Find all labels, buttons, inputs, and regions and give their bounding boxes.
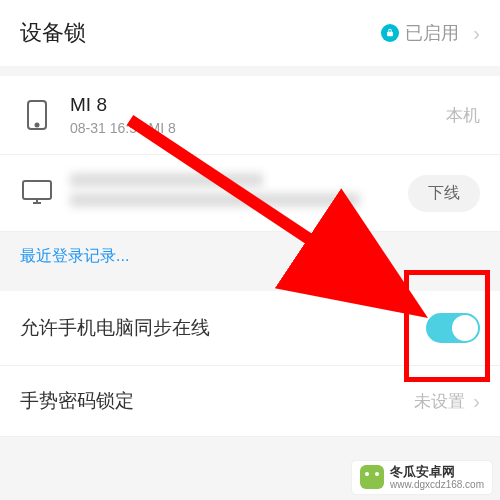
login-history-link[interactable]: 最近登录记录... (0, 232, 500, 281)
sync-online-toggle[interactable] (426, 313, 480, 343)
lock-icon (381, 24, 399, 42)
device-lock-status: 已启用 › (381, 21, 480, 45)
device-self-tag: 本机 (446, 104, 480, 127)
sync-online-label: 允许手机电脑同步在线 (20, 315, 426, 341)
device-info: MI 8 08-31 16:56 MI 8 (70, 94, 430, 136)
desktop-icon (20, 179, 54, 207)
sync-online-row[interactable]: 允许手机电脑同步在线 (0, 291, 500, 366)
svg-rect-2 (23, 181, 51, 199)
device-meta: 08-31 16:56 MI 8 (70, 120, 430, 136)
device-lock-title: 设备锁 (20, 18, 381, 48)
offline-button[interactable]: 下线 (408, 175, 480, 212)
chevron-right-icon: › (473, 22, 480, 45)
device-lock-status-text: 已启用 (405, 21, 459, 45)
gesture-lock-label: 手势密码锁定 (20, 388, 414, 414)
gesture-lock-value: 未设置 (414, 390, 465, 413)
android-mascot-icon (360, 465, 384, 489)
watermark: 冬瓜安卓网 www.dgxcdz168.com (352, 461, 492, 494)
watermark-url: www.dgxcdz168.com (390, 479, 484, 490)
svg-point-1 (36, 124, 39, 127)
device-info-redacted (70, 173, 392, 213)
device-lock-header-row[interactable]: 设备锁 已启用 › (0, 0, 500, 66)
device-row-desktop[interactable]: 下线 (0, 155, 500, 232)
device-name: MI 8 (70, 94, 430, 116)
watermark-name: 冬瓜安卓网 (390, 465, 484, 479)
chevron-right-icon: › (473, 390, 480, 413)
device-row-phone[interactable]: MI 8 08-31 16:56 MI 8 本机 (0, 76, 500, 155)
phone-icon (20, 99, 54, 131)
gesture-lock-row[interactable]: 手势密码锁定 未设置 › (0, 366, 500, 437)
